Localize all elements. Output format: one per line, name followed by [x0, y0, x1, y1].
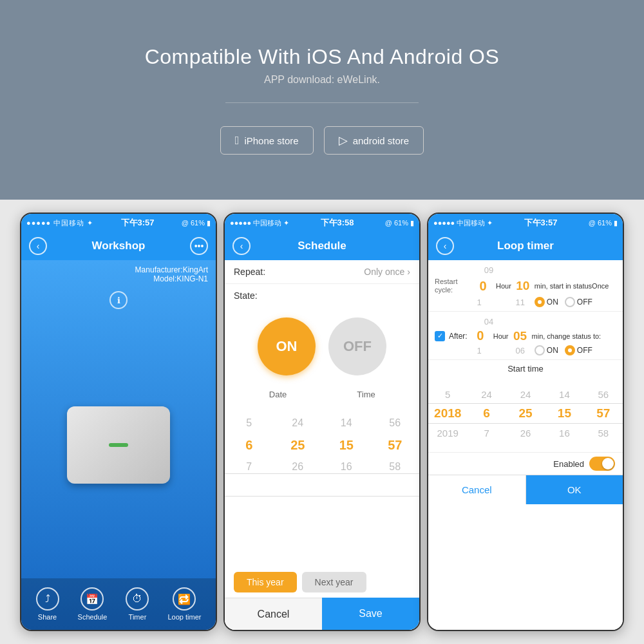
lp-day-above: 24 — [467, 384, 506, 404]
main-title: Compatible With iOS And Android OS — [145, 45, 500, 69]
lp-year-above: 5 — [428, 384, 467, 404]
carrier-2: ●●●●● 中国移动 ✦ — [230, 218, 289, 228]
restart-row: Restart cycle: 0 Hour 10 min, start in s… — [435, 275, 616, 297]
divider — [225, 102, 419, 103]
month-selected: 25 — [274, 435, 323, 455]
phones-section: ●●●●● 中国移动 ✦ 下午3:57 @ 61% ▮ ‹ Workshop •… — [0, 200, 644, 644]
restart-min-picker: 10 — [515, 279, 531, 293]
more-button-1[interactable]: ••• — [190, 237, 208, 255]
this-year-button[interactable]: This year — [234, 572, 297, 592]
lp-col-minute: 56 57 58 — [584, 375, 623, 452]
save-button[interactable]: Save — [322, 598, 419, 630]
info-icon[interactable]: ℹ — [109, 291, 128, 309]
minute-selected: 57 — [371, 435, 420, 455]
off-button[interactable]: OFF — [328, 317, 386, 375]
back-button-1[interactable]: ‹ — [29, 237, 47, 255]
after-checkbox[interactable]: ✓ — [435, 331, 445, 341]
battery-1: @ 61% ▮ — [182, 219, 211, 227]
day-below: 7 — [225, 457, 274, 477]
restart-off-radio[interactable]: OFF — [565, 297, 592, 307]
time-1: 下午3:57 — [121, 217, 155, 229]
lp-col-month: 24 25 26 — [506, 375, 545, 452]
status-bar-1: ●●●●● 中国移动 ✦ 下午3:57 @ 61% ▮ — [21, 214, 216, 232]
after-section: 04 ✓ After: 0 Hour 05 min, change status… — [428, 312, 623, 360]
month-above: 24 — [274, 413, 323, 433]
lp-hour-selected: 15 — [545, 404, 583, 423]
model-info: Model:KING-N1 — [29, 274, 208, 283]
restart-radio-group: ON OFF — [535, 297, 616, 307]
after-label: After: — [449, 332, 468, 341]
subtitle: APP download: eWeLink. — [264, 74, 380, 86]
hour-selected: 15 — [322, 435, 371, 455]
switch-area — [21, 312, 216, 578]
share-item[interactable]: ⤴ Share — [36, 587, 59, 621]
after-hour-unit: Hour — [493, 332, 509, 340]
back-button-2[interactable]: ‹ — [232, 237, 251, 255]
lp-col-hour: 14 15 16 — [545, 375, 583, 452]
state-row: State: — [225, 284, 419, 307]
store-buttons:  iPhone store ▷ android store — [220, 126, 424, 155]
lp-day-below: 7 — [467, 423, 506, 442]
picker-col-minute: 56 57 58 — [371, 403, 420, 487]
enabled-label: Enabled — [553, 459, 584, 469]
timer-item[interactable]: ⏱ Timer — [126, 587, 149, 621]
on-button[interactable]: ON — [258, 317, 316, 375]
led-indicator — [109, 443, 128, 447]
back-button-3[interactable]: ‹ — [436, 237, 454, 255]
day-above: 5 — [225, 413, 274, 433]
after-row: ✓ After: 0 Hour 05 min, change status to… — [435, 327, 616, 345]
restart-on-label: ON — [547, 298, 558, 307]
date-col-label: Date — [234, 390, 322, 399]
iphone-store-label: iPhone store — [244, 135, 298, 146]
cancel-button-2[interactable]: Cancel — [225, 598, 322, 630]
android-store-label: android store — [353, 135, 410, 146]
lp-hour-below: 16 — [545, 423, 583, 442]
month-below: 26 — [274, 457, 323, 477]
phone-schedule: ●●●●● 中国移动 ✦ 下午3:58 @ 61% ▮ ‹ Schedule R… — [223, 213, 421, 631]
lp-minute-above: 56 — [584, 384, 623, 404]
loop-timer-icon: 🔁 — [173, 587, 196, 611]
restart-off-label: OFF — [577, 298, 592, 307]
restart-on-radio[interactable]: ON — [535, 297, 558, 307]
restart-min-above: 09 — [480, 265, 498, 275]
picker-col-hour: 14 15 16 — [322, 403, 371, 487]
enabled-toggle[interactable] — [589, 457, 615, 471]
restart-hour-val: 0 — [479, 279, 486, 294]
apple-icon:  — [235, 134, 240, 147]
after-min-val: 05 — [513, 329, 527, 343]
lp-minute-below: 58 — [584, 423, 623, 442]
lp-year-below: 2019 — [428, 423, 467, 442]
date-time-picker[interactable]: 5 6 7 24 25 26 14 15 16 56 — [225, 403, 419, 567]
cancel-button-3[interactable]: Cancel — [428, 475, 526, 504]
after-hour-val: 0 — [477, 328, 484, 343]
restart-hour-unit: Hour — [496, 282, 511, 290]
battery-3: @ 61% ▮ — [589, 219, 618, 227]
restart-hour-below: 1 — [470, 298, 488, 307]
phone-loop-timer: ●●●●● 中国移动 ✦ 下午3:57 @ 61% ▮ ‹ Loop timer… — [427, 213, 624, 631]
android-icon: ▷ — [339, 133, 348, 147]
start-time-label: Start time — [428, 360, 623, 375]
battery-2: @ 61% ▮ — [385, 219, 414, 227]
ok-button[interactable]: OK — [526, 475, 623, 504]
picker-header: Date Time — [225, 386, 419, 403]
restart-hour-picker: 0 — [474, 279, 492, 294]
time-2: 下午3:58 — [321, 217, 354, 229]
day-selected: 6 — [225, 435, 274, 455]
loop-timer-item[interactable]: 🔁 Loop timer — [167, 587, 201, 621]
schedule-item[interactable]: 📅 Schedule — [78, 587, 108, 621]
carrier-1: ●●●●● 中国移动 ✦ — [26, 218, 93, 228]
share-label: Share — [38, 613, 57, 621]
switch-widget[interactable] — [67, 406, 170, 484]
start-time-picker[interactable]: 5 2018 2019 24 6 7 24 25 26 — [428, 375, 623, 452]
lp-day-selected: 6 — [467, 404, 506, 423]
after-min-text: min, change status to: — [532, 332, 616, 340]
after-off-radio[interactable]: OFF — [565, 345, 592, 355]
year-buttons: This year Next year — [225, 567, 419, 598]
picker-col-month: 24 25 26 — [274, 403, 323, 487]
phone3-content: 09 Restart cycle: 0 Hour 10 min, start i… — [428, 260, 623, 630]
loop-picker-columns: 5 2018 2019 24 6 7 24 25 26 — [428, 375, 623, 452]
android-store-button[interactable]: ▷ android store — [324, 126, 424, 155]
next-year-button[interactable]: Next year — [302, 572, 366, 592]
iphone-store-button[interactable]:  iPhone store — [220, 126, 314, 155]
after-on-radio[interactable]: ON — [535, 345, 558, 355]
